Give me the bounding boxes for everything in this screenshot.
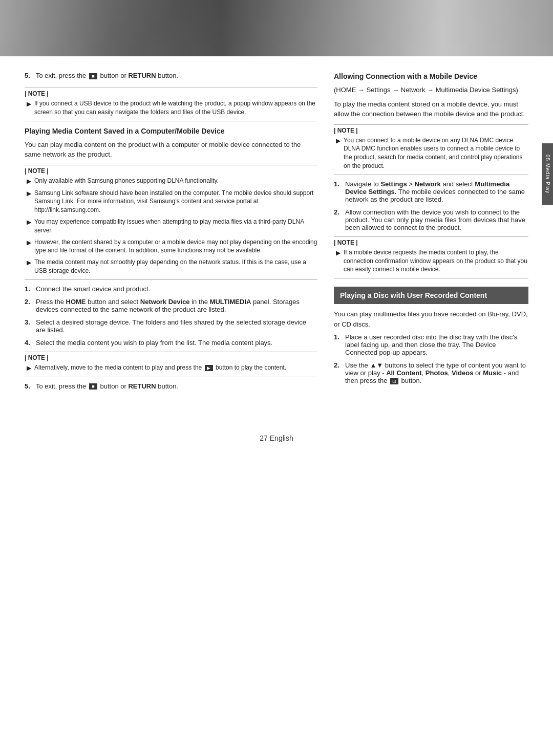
note2-arrow-1: ▶ bbox=[27, 177, 31, 186]
playing-disc-heading: Playing a Disc with User Recorded Conten… bbox=[334, 287, 528, 304]
note2-arrow-2: ▶ bbox=[27, 189, 31, 214]
allowing-connection-path: (HOME → Settings → Network → Multimedia … bbox=[334, 85, 528, 95]
allowing-connection-heading: Allowing Connection with a Mobile Device bbox=[334, 72, 528, 81]
right-note2-label: | NOTE | bbox=[334, 239, 528, 246]
right-step2-content: Allow connection with the device you wis… bbox=[345, 208, 528, 231]
note1-label: | NOTE | bbox=[25, 90, 317, 97]
right-column: Allowing Connection with a Mobile Device… bbox=[334, 72, 528, 398]
step5-bottom-number: 5. bbox=[25, 382, 33, 390]
step3: 3. Select a desired storage device. The … bbox=[25, 318, 317, 334]
right-note1-item-1: ▶ You can connect to a mobile device on … bbox=[334, 136, 528, 170]
note3-arrow-1: ▶ bbox=[27, 364, 31, 373]
play-icon: ▶ bbox=[205, 365, 213, 371]
step4-content: Select the media content you wish to pla… bbox=[36, 339, 317, 347]
step5-bottom: 5. To exit, press the ■ button or RETURN… bbox=[25, 382, 317, 390]
stop-icon: ■ bbox=[89, 73, 97, 79]
note2-item-4: ▶ However, the content shared by a compu… bbox=[25, 238, 317, 255]
allowing-connection-intro: To play the media content stored on a mo… bbox=[334, 99, 528, 119]
step5-bottom-content: To exit, press the ■ button or RETURN bu… bbox=[36, 382, 317, 390]
right-step1-content: Navigate to Settings > Network and selec… bbox=[345, 180, 528, 203]
right-note2-arrow-1: ▶ bbox=[336, 249, 341, 274]
step1-content: Connect the smart device and product. bbox=[36, 285, 317, 293]
stop-icon-bottom: ■ bbox=[89, 383, 97, 390]
note2-item-1: ▶ Only available with Samsung phones sup… bbox=[25, 177, 317, 186]
right-note1-block: | NOTE | ▶ You can connect to a mobile d… bbox=[334, 124, 528, 175]
step2: 2. Press the HOME button and select Netw… bbox=[25, 298, 317, 313]
disc-step2: 2. Use the ▲▼ buttons to select the type… bbox=[334, 361, 528, 384]
page-footer: 27 English bbox=[0, 434, 553, 452]
step2-number: 2. bbox=[25, 298, 33, 313]
step1-number: 1. bbox=[25, 285, 33, 293]
disc-step1-content: Place a user recorded disc into the disc… bbox=[345, 333, 528, 356]
step1: 1. Connect the smart device and product. bbox=[25, 285, 317, 293]
note2-label: | NOTE | bbox=[25, 167, 317, 175]
computer-mobile-heading: Playing Media Content Saved in a Compute… bbox=[25, 126, 317, 136]
right-step2-number: 2. bbox=[334, 208, 342, 231]
note2-item-3: ▶ You may experience compatibility issue… bbox=[25, 218, 317, 235]
step2-content: Press the HOME button and select Network… bbox=[36, 298, 317, 313]
step4-number: 4. bbox=[25, 339, 33, 347]
step5-top: 5. To exit, press the ■ button or RETURN… bbox=[25, 72, 317, 79]
note2-arrow-3: ▶ bbox=[27, 218, 31, 235]
note2-item-5: ▶ The media content may not smoothly pla… bbox=[25, 258, 317, 275]
step5-top-number: 5. bbox=[25, 72, 33, 79]
note2-arrow-4: ▶ bbox=[27, 239, 31, 255]
enter-icon: ⊡ bbox=[390, 378, 398, 384]
left-column: 5. To exit, press the ■ button or RETURN… bbox=[25, 72, 317, 398]
note3-block: | NOTE | ▶ Alternatively, move to the me… bbox=[25, 352, 317, 377]
note2-block: | NOTE | ▶ Only available with Samsung p… bbox=[25, 165, 317, 280]
right-note2-item-1: ▶ If a mobile device requests the media … bbox=[334, 248, 528, 274]
page-language: English bbox=[270, 434, 293, 442]
disc-step1-number: 1. bbox=[334, 333, 342, 356]
right-note1-arrow-1: ▶ bbox=[336, 137, 341, 170]
right-note1-label: | NOTE | bbox=[334, 127, 528, 134]
disc-step2-content: Use the ▲▼ buttons to select the type of… bbox=[345, 361, 528, 384]
computer-mobile-section: Playing Media Content Saved in a Compute… bbox=[25, 126, 317, 390]
allowing-connection-section: Allowing Connection with a Mobile Device… bbox=[334, 72, 528, 278]
note3-label: | NOTE | bbox=[25, 354, 317, 361]
computer-mobile-intro: You can play media content on the produc… bbox=[25, 140, 317, 160]
step4: 4. Select the media content you wish to … bbox=[25, 339, 317, 347]
step3-number: 3. bbox=[25, 318, 33, 334]
note3-item-1: ▶ Alternatively, move to the media conte… bbox=[25, 363, 317, 373]
side-tab-media-play: 05 Media Play bbox=[542, 143, 553, 205]
disc-step1: 1. Place a user recorded disc into the d… bbox=[334, 333, 528, 356]
note2-item-2: ▶ Samsung Link software should have been… bbox=[25, 189, 317, 214]
right-note2-block: | NOTE | ▶ If a mobile device requests t… bbox=[334, 236, 528, 278]
note2-arrow-5: ▶ bbox=[27, 258, 31, 275]
playing-disc-section: Playing a Disc with User Recorded Conten… bbox=[334, 287, 528, 384]
page-number: 27 bbox=[260, 434, 268, 442]
step3-content: Select a desired storage device. The fol… bbox=[36, 318, 317, 334]
right-step2: 2. Allow connection with the device you … bbox=[334, 208, 528, 231]
right-step1: 1. Navigate to Settings > Network and se… bbox=[334, 180, 528, 203]
disc-step2-number: 2. bbox=[334, 361, 342, 384]
note1-arrow-1: ▶ bbox=[27, 100, 31, 117]
note1-block: | NOTE | ▶ If you connect a USB device t… bbox=[25, 88, 317, 121]
note1-item-1: ▶ If you connect a USB device to the pro… bbox=[25, 99, 317, 117]
header-banner bbox=[0, 0, 553, 56]
playing-disc-intro: You can play multimedia files you have r… bbox=[334, 309, 528, 329]
right-step1-number: 1. bbox=[334, 180, 342, 203]
step5-top-content: To exit, press the ■ button or RETURN bu… bbox=[36, 72, 317, 79]
